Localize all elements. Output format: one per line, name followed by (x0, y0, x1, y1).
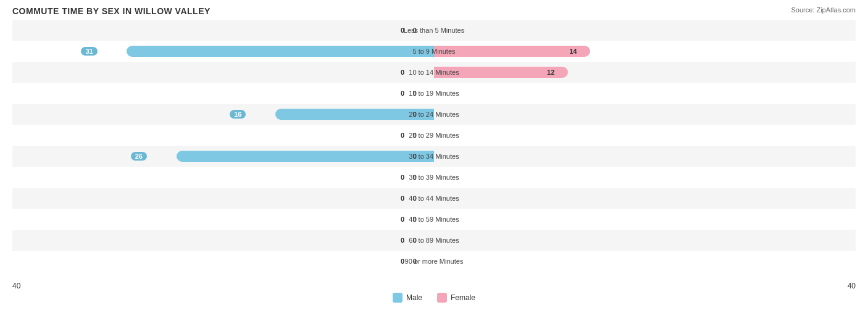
male-value: 0 (401, 216, 404, 223)
chart-row: 20 to 24 Minutes160 (12, 104, 856, 125)
source-label: Source: ZipAtlas.com (791, 6, 856, 14)
legend: Male Female (12, 293, 856, 303)
bottom-axis: 40 40 (12, 282, 856, 290)
female-value: 0 (413, 174, 417, 181)
female-value: 0 (413, 195, 417, 202)
chart-row: 60 to 89 Minutes00 (12, 230, 856, 251)
chart-row: 30 to 34 Minutes260 (12, 146, 856, 167)
chart-row: 15 to 19 Minutes00 (12, 83, 856, 104)
female-value: 0 (413, 216, 417, 223)
male-value: 16 (230, 110, 246, 119)
female-value: 12 (547, 69, 554, 76)
legend-male-label: Male (406, 293, 422, 302)
female-value: 0 (413, 132, 417, 139)
chart-row: 10 to 14 Minutes012 (12, 62, 856, 83)
legend-female-box (437, 293, 447, 303)
female-value: 0 (413, 27, 417, 34)
chart-row: 40 to 44 Minutes00 (12, 188, 856, 209)
female-value: 0 (413, 111, 417, 118)
legend-female-label: Female (451, 293, 475, 302)
female-value: 0 (413, 258, 417, 265)
male-value: 0 (401, 69, 404, 76)
chart-row: Less than 5 Minutes00 (12, 20, 856, 41)
axis-left-value: 40 (12, 282, 20, 290)
female-value: 0 (413, 90, 417, 97)
chart-row: 5 to 9 Minutes3114 (12, 41, 856, 62)
male-value: 0 (401, 237, 404, 244)
male-bar (127, 46, 434, 57)
male-value: 0 (401, 195, 404, 202)
chart-title: COMMUTE TIME BY SEX IN WILLOW VALLEY (12, 6, 856, 16)
axis-right-value: 40 (848, 282, 856, 290)
male-value: 0 (401, 258, 404, 265)
female-value: 0 (413, 153, 417, 160)
male-value: 0 (401, 174, 404, 181)
male-value: 0 (401, 132, 404, 139)
legend-male: Male (393, 293, 422, 303)
chart-row: 35 to 39 Minutes00 (12, 167, 856, 188)
legend-female: Female (437, 293, 475, 303)
female-bar (434, 46, 590, 57)
male-bar (177, 151, 434, 162)
chart-row: 90 or more Minutes00 (12, 251, 856, 272)
chart-row: 45 to 59 Minutes00 (12, 209, 856, 230)
male-value: 0 (401, 90, 404, 97)
chart-area: Less than 5 Minutes005 to 9 Minutes31141… (12, 20, 856, 279)
legend-male-box (393, 293, 403, 303)
chart-row: 25 to 29 Minutes00 (12, 125, 856, 146)
male-value: 31 (81, 47, 97, 56)
male-bar (275, 109, 434, 120)
female-value: 0 (413, 237, 417, 244)
male-value: 26 (131, 152, 147, 161)
male-value: 0 (401, 27, 404, 34)
female-value: 14 (569, 48, 577, 55)
chart-container: COMMUTE TIME BY SEX IN WILLOW VALLEY Sou… (0, 0, 868, 323)
